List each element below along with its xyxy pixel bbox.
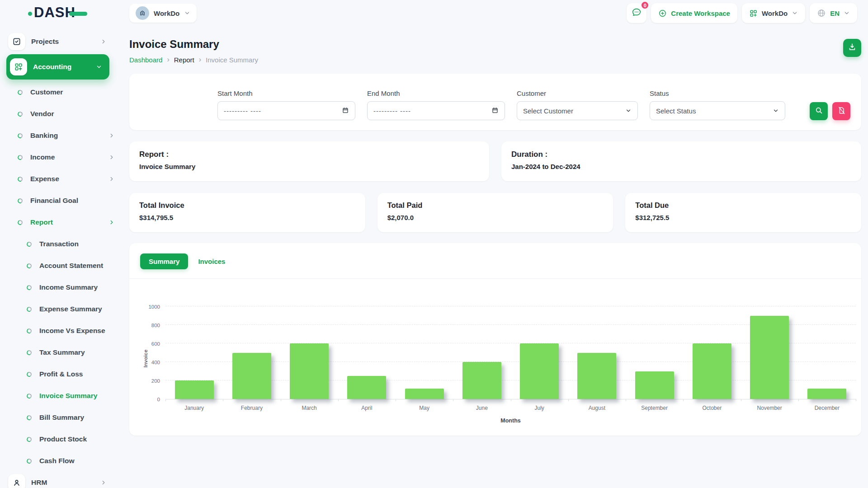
breadcrumb-item-report[interactable]: Report — [174, 56, 194, 64]
sidebar-item-label: Profit & Loss — [39, 370, 83, 378]
dash-logo: DASH — [28, 5, 87, 19]
bar-october — [693, 343, 731, 399]
person-icon — [8, 474, 25, 488]
sidebar-item-expense[interactable]: Expense — [0, 168, 118, 190]
sidebar-item-customer[interactable]: Customer — [0, 81, 118, 103]
tab-summary[interactable]: Summary — [140, 253, 188, 269]
bullet-icon — [26, 436, 32, 442]
bar-july — [520, 343, 559, 399]
sidebar-item-label: Projects — [31, 38, 59, 46]
create-workspace-button[interactable]: Create Workspace — [651, 3, 737, 23]
sidebar-item-label: Expense — [30, 175, 59, 183]
bar-cell — [683, 307, 741, 399]
chevron-down-icon — [184, 10, 190, 16]
duration-card-value: Jan-2024 to Dec-2024 — [511, 163, 851, 170]
y-axis-tick: 400 — [140, 360, 160, 365]
search-button[interactable] — [810, 102, 828, 120]
download-button[interactable] — [843, 39, 861, 57]
sidebar-item-expense-summary[interactable]: Expense Summary — [0, 298, 118, 320]
bullet-icon — [17, 89, 23, 95]
bar-cell — [798, 307, 856, 399]
sidebar-item-product-stock[interactable]: Product Stock — [0, 428, 118, 450]
sidebar-item-hrm[interactable]: HRM — [5, 472, 112, 488]
reset-filter-button[interactable] — [832, 102, 850, 120]
sidebar-item-invoice-summary[interactable]: Invoice Summary — [0, 385, 118, 407]
sidebar-item-label: Invoice Summary — [39, 392, 97, 400]
x-axis-tick — [453, 399, 453, 401]
bar-november — [750, 316, 789, 399]
logo-dot — [28, 12, 32, 16]
end-month-input[interactable]: --------- ---- — [367, 101, 505, 120]
sidebar-item-label: Bill Summary — [39, 413, 84, 422]
workspace-selector[interactable]: WorkDo — [129, 4, 197, 23]
sidebar-item-account-statement[interactable]: Account Statement — [0, 255, 118, 277]
bullet-icon — [17, 176, 23, 182]
x-tick-label-september: September — [626, 405, 683, 411]
sidebar-item-cash-flow[interactable]: Cash Flow — [0, 450, 118, 472]
sidebar-item-report[interactable]: Report — [0, 211, 118, 233]
totals-card-total-invoice: Total Invoice$314,795.5 — [129, 193, 365, 232]
bar-january — [175, 380, 214, 399]
breadcrumb-separator: › — [167, 56, 169, 64]
checkbox-icon — [8, 33, 25, 50]
x-axis-tick — [338, 399, 339, 401]
calendar-icon — [491, 107, 499, 115]
end-month-value: --------- ---- — [373, 107, 411, 115]
sidebar-item-profit-loss[interactable]: Profit & Loss — [0, 363, 118, 385]
sidebar-item-label: Vendor — [30, 110, 54, 118]
sidebar-item-banking[interactable]: Banking — [0, 125, 118, 146]
sidebar: ProjectsAccountingCustomerVendorBankingI… — [0, 26, 118, 488]
start-month-input[interactable]: --------- ---- — [217, 101, 355, 120]
bar-april — [347, 376, 386, 399]
breadcrumb-item-dashboard[interactable]: Dashboard — [129, 56, 162, 64]
breadcrumb-item-invoice-summary: Invoice Summary — [206, 56, 258, 64]
bullet-icon — [17, 219, 23, 225]
x-tick-label-july: July — [511, 405, 568, 411]
sidebar-item-label: Expense Summary — [39, 305, 102, 313]
duration-card: Duration : Jan-2024 to Dec-2024 — [501, 141, 861, 181]
bullet-icon — [26, 414, 32, 421]
x-axis-tick — [223, 399, 223, 401]
filters-card: Start Month --------- ---- End Month ---… — [129, 74, 861, 130]
total-label: Total Invoice — [139, 201, 355, 210]
x-axis-tick — [511, 399, 511, 401]
status-select[interactable]: Select Status — [650, 101, 785, 120]
sidebar-item-bill-summary[interactable]: Bill Summary — [0, 407, 118, 428]
sidebar-item-income-summary[interactable]: Income Summary — [0, 277, 118, 298]
chevron-down-icon — [96, 64, 102, 70]
customer-select[interactable]: Select Customer — [517, 101, 638, 120]
bar-cell — [165, 307, 223, 399]
x-axis-tick — [741, 399, 741, 401]
sidebar-item-label: Transaction — [39, 240, 79, 248]
bullet-icon — [26, 328, 32, 334]
status-label: Status — [650, 89, 785, 97]
language-selector[interactable]: EN — [810, 3, 857, 23]
sidebar-item-label: Customer — [30, 88, 63, 96]
sidebar-item-transaction[interactable]: Transaction — [0, 233, 118, 255]
messages-button[interactable]: 0 — [627, 3, 646, 23]
sidebar-item-income-vs-expense[interactable]: Income Vs Expense — [0, 320, 118, 342]
status-select-value: Select Status — [656, 107, 696, 115]
start-month-value: --------- ---- — [224, 107, 261, 115]
bullet-icon — [26, 458, 32, 464]
sidebar-item-income[interactable]: Income — [0, 146, 118, 168]
report-card-title: Report : — [139, 150, 479, 159]
total-value: $314,795.5 — [139, 214, 355, 221]
sidebar-item-vendor[interactable]: Vendor — [0, 103, 118, 125]
sidebar-item-accounting[interactable]: Accounting — [6, 54, 109, 80]
topbar: DASH WorkDo 0 Create Workspace — [0, 0, 868, 26]
chevron-down-icon — [792, 10, 798, 16]
tab-invoices[interactable]: Invoices — [197, 253, 226, 269]
sidebar-item-label: Income Vs Expense — [39, 327, 105, 335]
x-tick-label-june: June — [453, 405, 510, 411]
sidebar-item-tax-summary[interactable]: Tax Summary — [0, 342, 118, 363]
x-tick-label-march: March — [281, 405, 338, 411]
sidebar-item-projects[interactable]: Projects — [5, 31, 112, 52]
customer-field: Customer Select Customer — [517, 89, 638, 120]
globe-icon — [817, 9, 826, 18]
grid-plus-icon — [749, 9, 758, 18]
sidebar-item-financial-goal[interactable]: Financial Goal — [0, 190, 118, 211]
workdo-menu-button[interactable]: WorkDo — [742, 3, 805, 23]
report-card-value: Invoice Summary — [139, 163, 479, 170]
bar-march — [290, 343, 329, 399]
